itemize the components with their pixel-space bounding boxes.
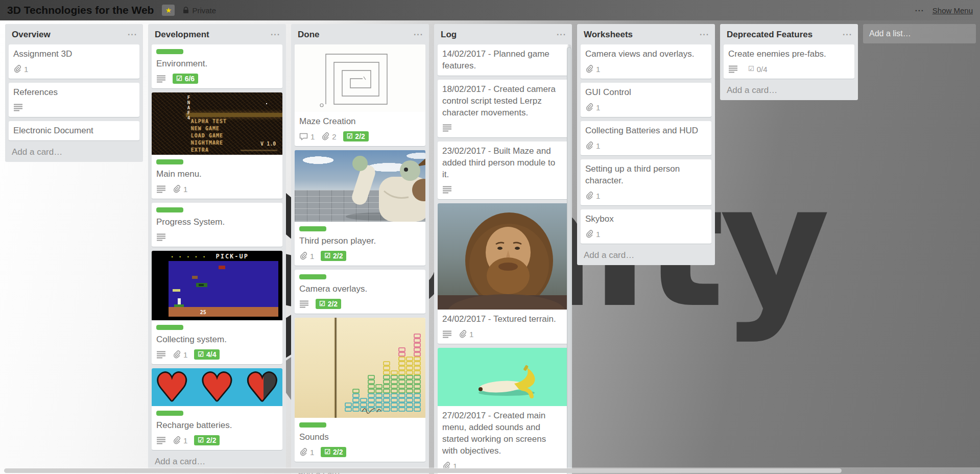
description-badge <box>442 124 452 132</box>
list-menu-icon[interactable]: ··· <box>271 32 280 37</box>
list-header: Development ··· <box>152 28 282 44</box>
card[interactable]: GUI Control1 <box>581 83 711 117</box>
description-icon <box>13 103 23 111</box>
list-title: Deprecated Features <box>727 30 812 40</box>
star-button[interactable]: ★ <box>162 5 175 16</box>
card[interactable]: Skybox1 <box>581 209 711 244</box>
list-menu-icon[interactable]: ··· <box>414 32 423 37</box>
card[interactable]: Sounds1☑2/2 <box>295 318 425 462</box>
card-body: 18/02/2017 - Created camera control scri… <box>438 80 568 137</box>
card-badges: 1☑4/4 <box>156 349 278 360</box>
card[interactable]: 24/02/2017 - Textured terrain.1 <box>438 203 568 344</box>
card-label-green <box>156 159 183 164</box>
card-badges: ☑0/4 <box>728 63 850 75</box>
card[interactable]: Electronic Document <box>9 121 139 140</box>
attachments-badge: 1 <box>173 436 187 445</box>
card[interactable]: Camera overlays.☑2/2 <box>295 270 425 314</box>
card-badges: 1 <box>585 190 707 201</box>
checklist-icon: ☑ <box>324 448 330 456</box>
card-badges: 1 <box>13 63 135 75</box>
card-badges: 1 <box>585 63 707 75</box>
description-icon <box>728 65 738 73</box>
card[interactable]: Third person player.1☑2/2 <box>295 150 425 266</box>
list-header: Log ··· <box>438 28 568 44</box>
card[interactable]: Setting up a third person character.1 <box>581 159 711 205</box>
attachment-icon <box>13 65 21 73</box>
description-badge <box>442 185 452 194</box>
equalizer-bars <box>345 324 422 414</box>
cover-menu-item: NEW GAME <box>191 125 227 132</box>
card-badges: 1 <box>442 328 564 340</box>
card[interactable]: 14/02/2017 - Planned game features. <box>438 44 568 76</box>
add-card-button[interactable]: Add a card… <box>152 454 282 468</box>
list-cards: 14/02/2017 - Planned game features.18/02… <box>438 44 568 474</box>
horizontal-scrollbar-thumb[interactable] <box>4 468 842 473</box>
card[interactable]: Create enemies pre-fabs.☑0/4 <box>724 44 854 79</box>
cover-menu-item: EXTRA <box>191 147 227 154</box>
badge-count: 1 <box>310 252 314 260</box>
list-vertical-scrollbar[interactable] <box>567 44 571 474</box>
cover-menu-item: LOAD GAME <box>191 132 227 139</box>
list-cards: Camera views and overlays.1GUI Control1C… <box>581 44 711 244</box>
cover-vertical-title: FNAF4 <box>187 95 190 121</box>
list-menu-icon[interactable]: ··· <box>128 32 137 37</box>
checklist-badge: ☑2/2 <box>321 251 346 261</box>
card-title: Camera views and overlays. <box>585 48 707 60</box>
description-icon <box>442 185 452 194</box>
card[interactable]: ♥♥♥♥Recharge batteries.1☑2/2 <box>152 368 282 450</box>
card-badges: 1☑2/2 <box>299 446 421 458</box>
checklist-badge: ☑0/4 <box>745 64 771 75</box>
add-card-button[interactable]: Add a card… <box>9 145 139 158</box>
description-badge <box>156 350 166 359</box>
hand-drawn-equalizer-cover <box>295 318 425 418</box>
add-list-button[interactable]: Add a list… <box>863 24 976 43</box>
card-body: Camera overlays.☑2/2 <box>295 270 425 314</box>
card[interactable]: Camera views and overlays.1 <box>581 44 711 79</box>
card-title: 23/02/2017 - Built Maze and added third … <box>442 145 564 180</box>
board-title[interactable]: 3D Technologies for the Web <box>7 4 154 16</box>
attachment-icon <box>585 65 593 73</box>
list-scrollbar-thumb[interactable] <box>567 47 571 474</box>
checklist-badge: ☑6/6 <box>173 74 198 84</box>
card[interactable]: References <box>9 83 139 117</box>
card-title: Progress System. <box>156 216 278 228</box>
list-menu-icon[interactable]: ··· <box>700 32 709 37</box>
card-label-green <box>156 325 183 330</box>
card[interactable]: 27/02/2017 - Created main menu, added so… <box>438 348 568 474</box>
card[interactable]: 23/02/2017 - Built Maze and added third … <box>438 141 568 199</box>
add-card-button[interactable]: Add a card… <box>724 83 854 97</box>
list-cards: Assignment 3D1ReferencesElectronic Docum… <box>9 44 139 140</box>
list-cards: Create enemies pre-fabs.☑0/4 <box>724 44 854 79</box>
list-menu-icon[interactable]: ··· <box>843 32 852 37</box>
card[interactable]: Maze Creation12☑2/2 <box>295 44 425 146</box>
card-title: Setting up a third person character. <box>585 163 707 186</box>
card[interactable]: Collecting Batteries and HUD1 <box>581 121 711 155</box>
card[interactable]: • • • • •PICK-UP25Collecting system.1☑4/… <box>152 251 282 364</box>
lock-icon <box>183 7 189 14</box>
attachment-icon <box>299 448 307 456</box>
card[interactable]: Assignment 3D1 <box>9 44 139 79</box>
card-body: 23/02/2017 - Built Maze and added third … <box>438 141 568 199</box>
card-title: Sounds <box>299 431 421 443</box>
badge-count: 1 <box>596 65 600 74</box>
card[interactable]: 18/02/2017 - Created camera control scri… <box>438 80 568 137</box>
card-body: Maze Creation12☑2/2 <box>295 112 425 146</box>
card-title: Camera overlays. <box>299 283 421 295</box>
horizontal-scrollbar[interactable] <box>0 467 980 474</box>
card-label-green <box>299 226 326 231</box>
game-title: PICK-UP <box>216 253 249 260</box>
checklist-badge: ☑4/4 <box>194 349 220 360</box>
signature <box>360 405 386 415</box>
badge-count: 1 <box>183 350 187 359</box>
list-menu-icon[interactable]: ··· <box>557 32 566 37</box>
card[interactable]: Progress System. <box>152 203 282 247</box>
privacy-indicator[interactable]: Private <box>183 6 216 15</box>
cover-menu-item: ALPHA TEST <box>191 118 227 125</box>
card[interactable]: Environment.☑6/6 <box>152 44 282 88</box>
card[interactable]: FNAF4ALPHA TESTNEW GAMELOAD GAMENIGHTMAR… <box>152 92 282 199</box>
add-card-button[interactable]: Add a card… <box>581 248 711 262</box>
card-title: Assignment 3D <box>13 48 135 60</box>
board-menu-dots-icon[interactable]: ··· <box>915 6 924 15</box>
checklist-count: 2/2 <box>206 436 216 444</box>
show-menu-link[interactable]: Show Menu <box>933 6 973 15</box>
